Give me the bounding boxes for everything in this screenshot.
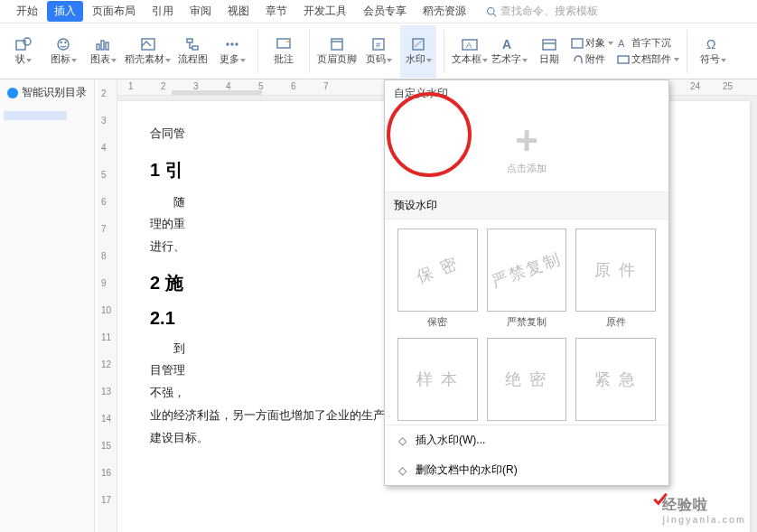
flow-button[interactable]: 流程图 bbox=[174, 25, 210, 78]
more-button[interactable]: 更多 bbox=[214, 25, 250, 78]
svg-line-1 bbox=[493, 14, 496, 16]
wm-preset-urgent[interactable]: 紧 急 bbox=[575, 338, 656, 421]
section-custom: 自定义水印 bbox=[385, 80, 668, 107]
vertical-ruler: 234567891011121314151617 bbox=[98, 79, 117, 532]
wm-preset-topsecret[interactable]: 绝 密 bbox=[487, 338, 567, 421]
watermark-icon bbox=[410, 37, 426, 51]
svg-rect-12 bbox=[192, 46, 198, 50]
plus-icon: + bbox=[515, 123, 538, 159]
tab-view[interactable]: 视图 bbox=[220, 1, 257, 22]
svg-point-0 bbox=[488, 7, 495, 14]
wm-label: 保密 bbox=[397, 315, 478, 329]
object-button[interactable]: 对象 bbox=[571, 36, 613, 51]
wordart-button[interactable]: A 艺术字 bbox=[491, 25, 528, 78]
parts-icon bbox=[617, 54, 630, 65]
svg-rect-16 bbox=[277, 39, 290, 48]
tab-vip[interactable]: 会员专享 bbox=[356, 1, 414, 22]
symbol-button[interactable]: Ω 符号 bbox=[695, 25, 731, 78]
more-icon bbox=[224, 37, 240, 51]
dropcap-icon: A bbox=[617, 38, 630, 49]
svg-rect-9 bbox=[106, 42, 108, 50]
section-preset: 预设水印 bbox=[385, 191, 668, 219]
site-watermark: 经验啦 jingyanla.com bbox=[662, 496, 746, 525]
svg-text:#: # bbox=[376, 41, 380, 50]
svg-point-4 bbox=[58, 39, 69, 50]
svg-text:A: A bbox=[618, 38, 625, 49]
menu-tabs: 开始 插入 页面布局 引用 审阅 视图 章节 开发工具 会员专享 稻壳资源 查找… bbox=[0, 0, 757, 23]
wm-label: 原件 bbox=[575, 315, 656, 329]
svg-rect-27 bbox=[543, 40, 556, 50]
shape-icon bbox=[15, 37, 32, 51]
ribbon: 状 图标 图表 稻壳素材 流程图 更多 批注 bbox=[0, 23, 757, 79]
assets-button[interactable]: 稻壳素材 bbox=[125, 25, 171, 78]
svg-point-13 bbox=[227, 43, 229, 45]
smiley-icon bbox=[55, 37, 71, 51]
diamond-icon: ◇ bbox=[396, 434, 408, 447]
wm-preset-original[interactable]: 原 件 bbox=[575, 229, 656, 312]
wordart-icon: A bbox=[500, 37, 519, 51]
outline-title[interactable]: 智能识别目录 bbox=[0, 79, 94, 106]
add-watermark-button[interactable]: + 点击添加 bbox=[507, 123, 547, 176]
delete-watermark-item[interactable]: ◇ 删除文档中的水印(R) bbox=[385, 455, 668, 485]
dropcap-button[interactable]: A首字下沉 bbox=[617, 36, 679, 51]
tab-section[interactable]: 章节 bbox=[258, 1, 294, 22]
object-icon bbox=[571, 38, 584, 49]
svg-line-23 bbox=[415, 41, 422, 47]
svg-point-15 bbox=[236, 43, 238, 45]
svg-rect-7 bbox=[97, 44, 99, 50]
tab-review[interactable]: 审阅 bbox=[182, 1, 219, 22]
calendar-icon bbox=[541, 37, 557, 51]
attach-button[interactable]: 附件 bbox=[571, 52, 613, 67]
icons-button[interactable]: 图标 bbox=[45, 25, 81, 78]
outline-panel: 智能识别目录 bbox=[0, 79, 95, 532]
svg-rect-8 bbox=[101, 41, 104, 50]
comment-button[interactable]: 批注 bbox=[266, 25, 302, 78]
svg-point-5 bbox=[61, 42, 61, 43]
chart-button[interactable]: 图表 bbox=[85, 25, 121, 78]
tab-reference[interactable]: 引用 bbox=[145, 1, 181, 22]
page-num-button[interactable]: # 页码 bbox=[360, 25, 397, 78]
header-icon bbox=[329, 37, 345, 51]
shape-button[interactable]: 状 bbox=[5, 25, 42, 78]
textbox-button[interactable]: A 文本框 bbox=[452, 25, 488, 78]
chart-icon bbox=[95, 37, 111, 51]
watermark-button[interactable]: 水印 bbox=[400, 25, 436, 78]
paperclip-icon bbox=[571, 54, 584, 65]
comment-icon bbox=[276, 37, 292, 51]
svg-rect-31 bbox=[618, 56, 629, 63]
svg-text:Ω: Ω bbox=[706, 37, 715, 51]
wm-preset-confidential[interactable]: 保 密 bbox=[397, 229, 478, 312]
insert-watermark-item[interactable]: ◇ 插入水印(W)... bbox=[385, 425, 668, 455]
search-icon bbox=[486, 6, 497, 17]
tab-resources[interactable]: 稻壳资源 bbox=[416, 1, 473, 22]
tab-dev[interactable]: 开发工具 bbox=[296, 1, 354, 22]
svg-point-3 bbox=[23, 38, 31, 45]
command-search[interactable]: 查找命令、搜索模板 bbox=[486, 4, 598, 19]
wm-preset-nocopy[interactable]: 严禁复制 bbox=[487, 229, 567, 312]
watermark-dropdown: 自定义水印 + 点击添加 预设水印 保 密 严禁复制 原 件 保密 严禁复制 原… bbox=[384, 79, 669, 486]
tab-pagelayout[interactable]: 页面布局 bbox=[85, 1, 143, 22]
diamond-icon: ◇ bbox=[396, 464, 408, 477]
outline-icon bbox=[7, 88, 18, 98]
flowchart-icon bbox=[184, 37, 201, 51]
pagenum-icon: # bbox=[370, 37, 387, 51]
svg-rect-18 bbox=[332, 39, 342, 50]
svg-text:A: A bbox=[502, 37, 511, 51]
omega-icon: Ω bbox=[705, 37, 721, 51]
tab-start[interactable]: 开始 bbox=[9, 1, 45, 22]
svg-rect-11 bbox=[187, 39, 192, 42]
textbox-icon: A bbox=[461, 37, 479, 51]
docparts-button[interactable]: 文档部件 bbox=[617, 52, 679, 67]
svg-point-14 bbox=[231, 43, 233, 45]
svg-rect-29 bbox=[572, 39, 583, 48]
svg-text:A: A bbox=[466, 41, 472, 50]
outline-item[interactable] bbox=[4, 111, 67, 120]
date-button[interactable]: 日期 bbox=[531, 25, 567, 78]
header-footer-button[interactable]: 页眉页脚 bbox=[317, 25, 357, 78]
tab-insert[interactable]: 插入 bbox=[47, 1, 83, 22]
wm-label: 严禁复制 bbox=[487, 315, 567, 329]
svg-point-6 bbox=[65, 42, 66, 43]
assets-icon bbox=[140, 37, 156, 51]
wm-preset-sample[interactable]: 样 本 bbox=[397, 338, 478, 421]
